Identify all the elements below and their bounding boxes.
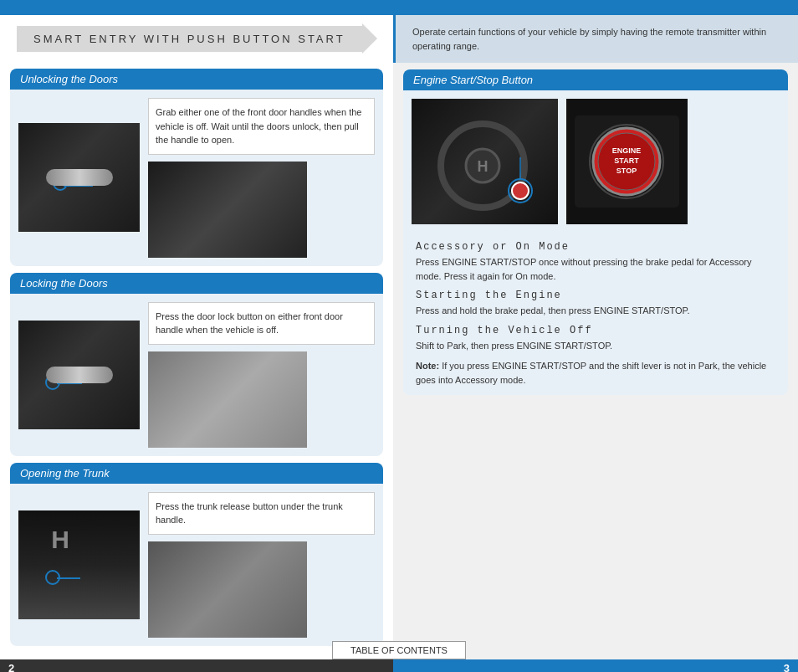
page-wrapper: SMART ENTRY WITH PUSH BUTTON START Unloc… (0, 0, 798, 672)
page-title: SMART ENTRY WITH PUSH BUTTON START (33, 33, 345, 45)
unlocking-content: Grab either one of the front door handle… (10, 90, 383, 266)
note-label: Note: (416, 361, 439, 371)
turning-off-text: Shift to Park, then press ENGINE START/S… (416, 339, 775, 353)
locking-sub-image (148, 351, 307, 448)
engine-header: Engine Start/Stop Button (403, 69, 788, 90)
note-block: Note: If you press ENGINE START/STOP and… (416, 359, 775, 387)
engine-images: H (403, 90, 788, 233)
engine-info: Accessory or On Mode Press ENGINE START/… (403, 233, 788, 395)
svg-text:START: START (614, 156, 639, 165)
turning-off-block: Turning the Vehicle Off Shift to Park, t… (416, 325, 775, 353)
accessory-title: Accessory or On Mode (416, 241, 775, 253)
top-bar-right (393, 0, 798, 15)
title-box: SMART ENTRY WITH PUSH BUTTON START (17, 26, 362, 52)
locking-section: Locking the Doors Press the door lock bu… (10, 273, 383, 456)
unlocking-section: Unlocking the Doors Grab either one of t… (10, 69, 383, 266)
toc-footer[interactable]: TABLE OF CONTENTS (332, 641, 466, 659)
left-bottom-bar: 2 (0, 659, 393, 673)
svg-text:H: H (51, 526, 69, 553)
trunk-text: Press the trunk release button under the… (148, 492, 375, 535)
svg-text:STOP: STOP (616, 167, 637, 175)
trunk-main-image: H (18, 510, 140, 619)
locking-title: Locking the Doors (20, 277, 373, 290)
trunk-indicator-line (57, 577, 80, 579)
left-content: Unlocking the Doors Grab either one of t… (0, 69, 393, 672)
starting-block: Starting the Engine Press and hold the b… (416, 290, 775, 318)
top-bar-left (0, 0, 393, 15)
title-section: SMART ENTRY WITH PUSH BUTTON START (0, 15, 393, 62)
unlocking-text: Grab either one of the front door handle… (148, 98, 375, 155)
accessory-block: Accessory or On Mode Press ENGINE START/… (416, 241, 775, 283)
engine-section: Engine Start/Stop Button H (403, 69, 788, 395)
unlocking-main-image (18, 123, 140, 232)
right-page-number: 3 (784, 662, 790, 672)
trunk-content: H Press the trunk release button under t… (10, 484, 383, 646)
trunk-right: Press the trunk release button under the… (148, 492, 375, 638)
trunk-title: Opening the Trunk (20, 467, 373, 480)
engine-interior-image: H (412, 99, 558, 224)
right-intro: Operate certain functions of your vehicl… (393, 15, 798, 63)
honda-logo-svg: H (27, 519, 94, 561)
unlocking-indicator-dot (53, 176, 68, 191)
right-bottom-bar: 3 (393, 659, 798, 673)
trunk-header: Opening the Trunk (10, 463, 383, 484)
accessory-text: Press ENGINE START/STOP once without pre… (416, 255, 775, 283)
title-arrow (362, 23, 377, 54)
unlocking-header: Unlocking the Doors (10, 69, 383, 90)
trunk-sub-image (148, 541, 307, 638)
engine-button-image: ENGINE START STOP (566, 99, 688, 224)
note-text: If you press ENGINE START/STOP and the s… (416, 361, 766, 385)
turning-off-title: Turning the Vehicle Off (416, 325, 775, 336)
unlocking-sub-image (148, 162, 307, 258)
locking-indicator-line (57, 382, 82, 384)
unlocking-right: Grab either one of the front door handle… (148, 98, 375, 258)
locking-header: Locking the Doors (10, 273, 383, 294)
unlocking-title: Unlocking the Doors (20, 73, 373, 85)
toc-label[interactable]: TABLE OF CONTENTS (350, 645, 448, 655)
locking-right: Press the door lock button on either fro… (148, 302, 375, 448)
locking-indicator-dot (45, 375, 60, 390)
locking-main-image (18, 321, 140, 429)
unlocking-indicator-line (64, 185, 93, 187)
intro-text: Operate certain functions of your vehicl… (412, 27, 766, 51)
svg-point-4 (512, 182, 529, 199)
interior-svg: H (412, 99, 558, 224)
left-page: SMART ENTRY WITH PUSH BUTTON START Unloc… (0, 0, 393, 672)
svg-text:ENGINE: ENGINE (612, 146, 642, 155)
starting-title: Starting the Engine (416, 290, 775, 301)
svg-text:H: H (478, 158, 489, 175)
left-page-number: 2 (8, 662, 14, 672)
engine-title: Engine Start/Stop Button (413, 74, 778, 86)
trunk-section: Opening the Trunk H Press the trunk rele… (10, 463, 383, 646)
right-page: Operate certain functions of your vehicl… (393, 0, 798, 672)
locking-text: Press the door lock button on either fro… (148, 302, 375, 345)
starting-text: Press and hold the brake pedal, then pre… (416, 304, 775, 318)
locking-content: Press the door lock button on either fro… (10, 294, 383, 456)
engine-button-svg: ENGINE START STOP (566, 99, 688, 224)
